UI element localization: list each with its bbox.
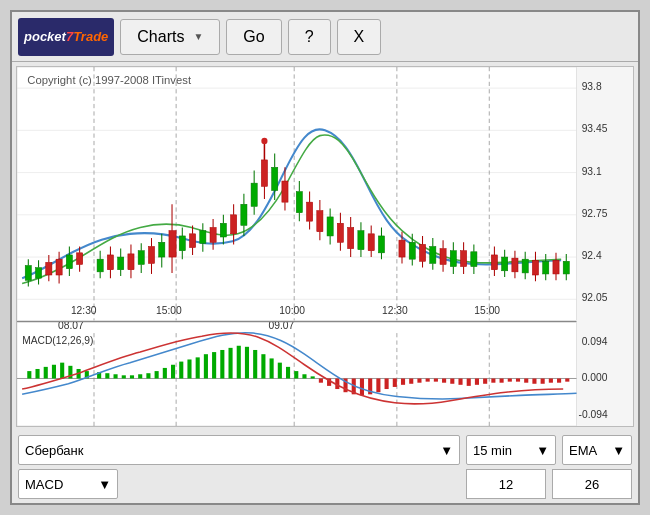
svg-rect-56 bbox=[159, 242, 165, 257]
svg-rect-208 bbox=[220, 350, 224, 379]
svg-rect-117 bbox=[368, 234, 374, 251]
svg-rect-111 bbox=[348, 227, 354, 248]
close-label: X bbox=[354, 28, 365, 46]
svg-rect-44 bbox=[118, 257, 124, 270]
svg-text:-0.094: -0.094 bbox=[579, 408, 608, 419]
toolbar: pocket7Trade Charts ▼ Go ? X bbox=[12, 12, 638, 62]
svg-rect-241 bbox=[491, 378, 495, 382]
svg-rect-105 bbox=[327, 217, 333, 236]
svg-rect-246 bbox=[532, 378, 536, 383]
svg-rect-198 bbox=[138, 374, 142, 378]
logo-pocket: pocket bbox=[24, 29, 66, 44]
svg-rect-213 bbox=[261, 354, 265, 378]
svg-text:92.75: 92.75 bbox=[582, 208, 608, 219]
svg-rect-236 bbox=[450, 378, 454, 383]
svg-rect-219 bbox=[311, 376, 315, 378]
svg-rect-80 bbox=[241, 204, 247, 225]
svg-rect-215 bbox=[278, 363, 282, 379]
svg-rect-132 bbox=[430, 247, 436, 264]
svg-rect-196 bbox=[122, 375, 126, 378]
timeframe-dropdown-arrow: ▼ bbox=[536, 443, 549, 458]
svg-text:MACD(12,26,9): MACD(12,26,9) bbox=[22, 335, 93, 346]
svg-rect-244 bbox=[516, 378, 520, 381]
svg-rect-204 bbox=[187, 359, 191, 378]
svg-text:0.094: 0.094 bbox=[582, 336, 608, 347]
svg-rect-26 bbox=[46, 262, 52, 275]
svg-rect-238 bbox=[467, 378, 471, 385]
svg-rect-153 bbox=[512, 258, 518, 272]
svg-rect-53 bbox=[148, 247, 154, 264]
svg-rect-47 bbox=[128, 254, 134, 270]
charts-label: Charts bbox=[137, 28, 184, 46]
svg-rect-216 bbox=[286, 367, 290, 379]
svg-rect-199 bbox=[146, 373, 150, 378]
svg-rect-150 bbox=[502, 257, 508, 271]
svg-rect-141 bbox=[461, 251, 467, 267]
svg-rect-162 bbox=[543, 261, 549, 274]
timeframe-select[interactable]: 15 min ▼ bbox=[466, 435, 556, 465]
svg-rect-74 bbox=[220, 223, 226, 237]
timeframe-label: 15 min bbox=[473, 443, 512, 458]
svg-rect-243 bbox=[508, 378, 512, 381]
svg-rect-59 bbox=[169, 231, 176, 257]
svg-text:93.1: 93.1 bbox=[582, 166, 602, 177]
chart-svg: Copyright (c) 1997-2008 ITinvest 93.8 93… bbox=[17, 67, 633, 426]
svg-rect-187 bbox=[44, 367, 48, 379]
svg-rect-129 bbox=[419, 244, 425, 261]
svg-rect-71 bbox=[210, 227, 216, 242]
svg-rect-207 bbox=[212, 352, 216, 378]
param2-input[interactable] bbox=[552, 469, 632, 499]
svg-rect-188 bbox=[52, 365, 56, 379]
svg-text:0.000: 0.000 bbox=[582, 371, 608, 382]
symbol-select[interactable]: Сбербанк ▼ bbox=[18, 435, 460, 465]
svg-rect-165 bbox=[553, 260, 559, 274]
svg-rect-29 bbox=[56, 259, 62, 275]
svg-rect-93 bbox=[282, 181, 288, 202]
svg-rect-242 bbox=[500, 378, 504, 382]
charts-button[interactable]: Charts ▼ bbox=[120, 19, 220, 55]
svg-rect-68 bbox=[200, 231, 206, 244]
svg-rect-230 bbox=[401, 378, 405, 384]
svg-text:93.8: 93.8 bbox=[582, 81, 602, 92]
svg-point-89 bbox=[261, 138, 267, 144]
help-label: ? bbox=[305, 28, 314, 46]
help-button[interactable]: ? bbox=[288, 19, 331, 55]
svg-rect-83 bbox=[251, 183, 257, 206]
svg-rect-203 bbox=[179, 362, 183, 379]
svg-rect-77 bbox=[231, 215, 237, 234]
svg-rect-247 bbox=[541, 378, 545, 383]
svg-rect-35 bbox=[77, 253, 83, 265]
svg-text:12:30: 12:30 bbox=[71, 305, 97, 316]
svg-rect-38 bbox=[97, 259, 103, 272]
svg-rect-194 bbox=[105, 373, 109, 378]
svg-text:12:30: 12:30 bbox=[382, 305, 408, 316]
controls-panel: Сбербанк ▼ 15 min ▼ EMA ▼ MACD ▼ bbox=[12, 431, 638, 503]
indicator-label: EMA bbox=[569, 443, 597, 458]
indicator2-select[interactable]: MACD ▼ bbox=[18, 469, 118, 499]
symbol-dropdown-arrow: ▼ bbox=[440, 443, 453, 458]
svg-rect-32 bbox=[66, 255, 72, 269]
svg-rect-249 bbox=[557, 378, 561, 382]
close-button[interactable]: X bbox=[337, 19, 382, 55]
svg-rect-210 bbox=[237, 346, 241, 379]
indicator-select[interactable]: EMA ▼ bbox=[562, 435, 632, 465]
go-button[interactable]: Go bbox=[226, 19, 281, 55]
svg-rect-168 bbox=[563, 261, 569, 274]
svg-text:93.45: 93.45 bbox=[582, 123, 608, 134]
svg-text:10:00: 10:00 bbox=[279, 305, 305, 316]
svg-rect-62 bbox=[179, 236, 185, 251]
svg-rect-195 bbox=[114, 374, 118, 378]
svg-text:92.05: 92.05 bbox=[582, 292, 608, 303]
indicator2-label: MACD bbox=[25, 477, 63, 492]
controls-row-2: MACD ▼ bbox=[18, 469, 632, 499]
svg-rect-41 bbox=[107, 255, 113, 270]
svg-rect-114 bbox=[358, 231, 364, 250]
logo: pocket7Trade bbox=[18, 18, 114, 56]
svg-text:15:00: 15:00 bbox=[156, 305, 182, 316]
param1-input[interactable] bbox=[466, 469, 546, 499]
logo-7: 7 bbox=[66, 29, 73, 44]
go-label: Go bbox=[243, 28, 264, 46]
svg-rect-232 bbox=[417, 378, 421, 382]
svg-rect-144 bbox=[471, 252, 477, 267]
svg-rect-86 bbox=[261, 160, 267, 186]
